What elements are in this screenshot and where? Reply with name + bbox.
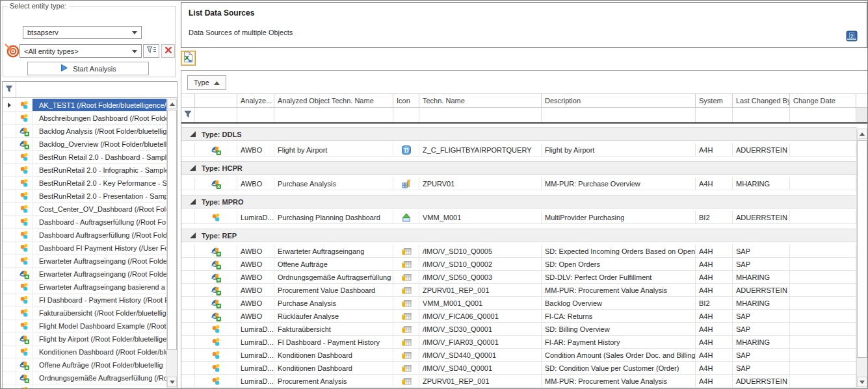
table-row[interactable]: AWBO Ordnungsgemäße Auftragserfüllung /I… xyxy=(181,271,857,284)
group-row[interactable]: Type: HCPR xyxy=(181,161,857,175)
column-header-techn-name[interactable]: Techn. Name xyxy=(419,94,542,107)
table-row[interactable]: AWBO Procurement Value Dashboard ZPURV01… xyxy=(181,284,857,297)
filter-cell-7[interactable] xyxy=(696,108,733,122)
list-item[interactable]: BestRunRetail 2.0 - Infographic - Sample xyxy=(3,164,167,177)
filter-cell-4[interactable] xyxy=(393,108,419,122)
column-header-analyze[interactable]: Analyze... xyxy=(237,94,274,107)
cell-analyzed-object-name: Erwarteter Auftragseingang xyxy=(274,245,393,257)
filter-cell-6[interactable] xyxy=(542,108,696,122)
list-item[interactable]: BestRunRetail 2.0 - Presentation - Samp xyxy=(3,190,167,203)
table-row[interactable]: LumiraD... Procurement Analysis ZPURV01_… xyxy=(181,375,857,388)
scroll-down-button[interactable] xyxy=(857,377,867,387)
group-expanded-icon[interactable] xyxy=(190,131,196,138)
filter-cell-2[interactable] xyxy=(237,108,274,122)
table-row[interactable]: AWBO Rückläufer Analyse /IMO/V_FICA06_Q0… xyxy=(181,310,857,323)
row-indicator-cell xyxy=(181,297,195,309)
group-expanded-icon[interactable] xyxy=(190,164,196,172)
cell-system: BI2 xyxy=(696,211,733,223)
column-header-blank-1[interactable] xyxy=(195,94,237,107)
lumira-icon xyxy=(195,349,237,361)
scrollbar-thumb[interactable] xyxy=(857,140,867,358)
column-header-icon[interactable]: Icon xyxy=(393,94,419,107)
list-item-label: BestRunRetail 2.0 - Infographic - Sample xyxy=(33,164,167,176)
arrow-up-icon xyxy=(860,132,865,136)
list-item[interactable]: Ordnungsgemäße Auftragserfüllung (/Ro xyxy=(3,371,167,384)
list-item[interactable]: Backlog Analysis (/Root Folder/bluetelli… xyxy=(3,125,167,138)
grid-scrollbar[interactable] xyxy=(856,129,867,388)
list-item[interactable]: Cost_Center_OV_Dashboard (/Root Fold xyxy=(3,203,167,216)
list-item[interactable]: Erwarteter Auftragseingang basierend a xyxy=(3,281,167,294)
clear-filter-button[interactable] xyxy=(161,44,175,58)
column-header-change-date[interactable]: Change Date xyxy=(790,94,856,107)
lumira-icon xyxy=(16,99,33,111)
row-indicator-cell xyxy=(181,211,195,223)
column-header-system[interactable]: System xyxy=(696,94,733,107)
list-item[interactable]: Offene Aufträge (/Root Folder/bluetellig xyxy=(3,358,167,371)
scroll-down-button[interactable] xyxy=(167,377,177,387)
list-item[interactable]: Procurement Analysis (/Root Folder/bl xyxy=(3,384,167,389)
lumira-icon xyxy=(16,281,33,293)
table-row[interactable]: LumiraD... Konditionen Dashboard /IMO/V_… xyxy=(181,349,857,362)
list-item[interactable]: BestRunRetail 2.0 - Key Peformance - Sa xyxy=(3,177,167,190)
list-item[interactable]: Flight by Airport (/Root Folder/bluetell… xyxy=(3,333,167,345)
table-row[interactable]: LumiraD... FI Dashboard - Payment Histor… xyxy=(181,336,857,349)
list-item[interactable]: Fakturaübersicht (/Root Folder/bluetelli… xyxy=(3,307,167,320)
row-indicator xyxy=(3,294,16,306)
list-item[interactable]: AK_TEST1 (/Root Folder/bluetelligence/S xyxy=(3,99,167,112)
column-header-analyzed-object-techn-name[interactable]: Analyzed Object Techn. Name xyxy=(274,94,393,107)
start-analysis-label: Start Analysis xyxy=(73,65,116,73)
table-row[interactable]: AWBO Offene Aufträge /IMO/V_SD10_Q0002 S… xyxy=(181,258,857,271)
select-entity-type-groupbox: Select entity type: btsapserv <All entit… xyxy=(3,6,176,77)
scroll-up-button[interactable] xyxy=(167,99,177,109)
column-header-description[interactable]: Description xyxy=(542,94,696,107)
filter-cell-8[interactable] xyxy=(733,108,790,122)
column-header-blank-0[interactable] xyxy=(181,94,195,107)
table-row[interactable]: AWBO Flight by Airport D Z_C_FLIGHTBYAIR… xyxy=(181,144,857,157)
list-item[interactable]: Dashboard Auftragserfüllung (/Root Fold xyxy=(3,229,167,242)
table-row[interactable]: LumiraD... Purchasing Planning Dashboard… xyxy=(181,211,857,224)
export-to-excel-button[interactable] xyxy=(181,51,196,66)
filter-cell-1[interactable] xyxy=(195,108,237,122)
start-analysis-button[interactable]: Start Analysis xyxy=(27,62,149,75)
group-row[interactable]: Type: DDLS xyxy=(181,127,857,141)
group-expanded-icon[interactable] xyxy=(190,198,196,206)
entity-type-dropdown[interactable]: <All entity types> xyxy=(20,44,142,58)
cell-analyzed-object-name: Offene Aufträge xyxy=(274,258,393,270)
svg-text:D: D xyxy=(404,147,408,154)
list-item[interactable]: FI Dashboard - Payment History (/Root F xyxy=(3,294,167,307)
table-row[interactable]: AWBO Purchase Analysis VMM_M001_Q001 Bac… xyxy=(181,297,857,310)
help-icon[interactable]: ? xyxy=(846,31,858,42)
scroll-up-button[interactable] xyxy=(857,129,867,139)
group-row[interactable]: Type: REP xyxy=(181,229,857,242)
list-item[interactable]: Konditionen Dashboard (/Root Folder/blu xyxy=(3,345,167,358)
table-row[interactable]: LumiraD... Fakturaübersicht /IMO/V_SD30_… xyxy=(181,323,857,336)
list-item[interactable]: Erwarteter Auftragseingang (/Root Folde xyxy=(3,268,167,281)
list-item[interactable]: Abschreibungen Dashboard (/Root Folde xyxy=(3,112,167,125)
group-by-chip-type[interactable]: Type xyxy=(187,75,226,90)
list-item[interactable]: Flight Model Dashboard Example (/Root xyxy=(3,320,167,333)
list-item[interactable]: Dashboard - Auftragserfüllung (/Root Fo xyxy=(3,216,167,229)
lumira-icon xyxy=(195,362,237,374)
filter-cell-5[interactable] xyxy=(419,108,542,122)
group-row[interactable]: Type: MPRO xyxy=(181,195,857,208)
scrollbar-thumb[interactable] xyxy=(167,110,177,350)
server-dropdown[interactable]: btsapserv xyxy=(23,26,142,39)
column-header-last-changed-by[interactable]: Last Changed By xyxy=(733,94,790,107)
table-row[interactable]: AWBO Erwarteter Auftragseingang /IMO/V_S… xyxy=(181,245,857,258)
list-item[interactable]: Erwarteter Auftragseingang (/Root Folde xyxy=(3,255,167,268)
cell-analyzed-object-name: Fakturaübersicht xyxy=(274,323,393,335)
entity-list-scrollbar[interactable] xyxy=(166,99,177,389)
filter-cell-0[interactable] xyxy=(181,108,195,122)
list-item-label: Backlog_Overview (/Root Folder/bluetell xyxy=(33,138,167,150)
list-item[interactable]: Backlog_Overview (/Root Folder/bluetell xyxy=(3,138,167,151)
edit-filter-button[interactable] xyxy=(143,44,159,58)
table-row[interactable]: LumiraD... Konditionen Dashboard /IMO/V_… xyxy=(181,362,857,375)
group-expanded-icon[interactable] xyxy=(190,232,196,240)
filter-cell-9[interactable] xyxy=(790,108,856,122)
entity-list-filter-input[interactable] xyxy=(16,82,177,97)
table-row[interactable]: AWBO Purchase Analysis ZPURV01 MM-PUR: P… xyxy=(181,177,857,190)
filter-cell-3[interactable] xyxy=(274,108,393,122)
list-item[interactable]: Dashboard FI Payment History (/User Fo xyxy=(3,242,167,255)
list-item[interactable]: BestRun Retail 2.0 - Dashboard - Sample xyxy=(3,151,167,164)
row-indicator xyxy=(3,190,16,202)
